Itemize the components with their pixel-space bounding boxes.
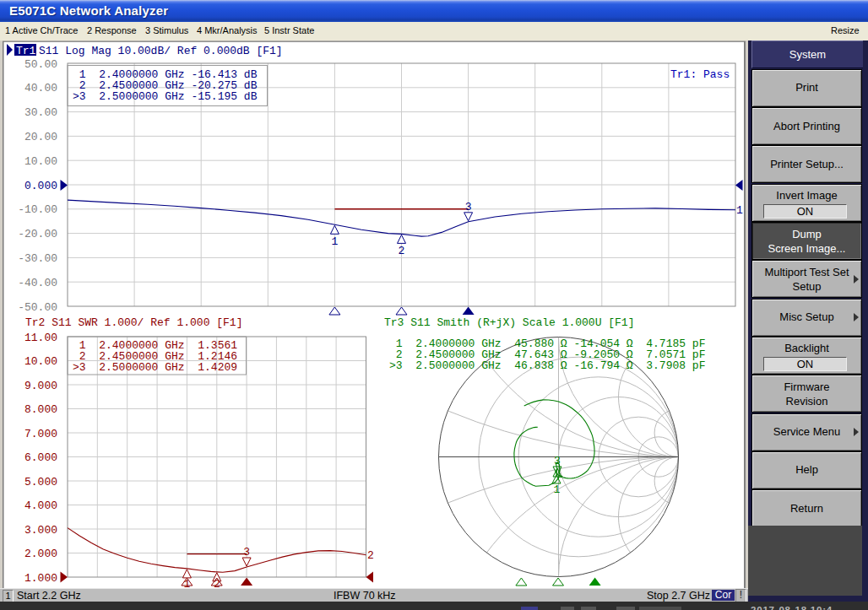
svg-text:4.000: 4.000	[24, 499, 57, 512]
svg-text:Tr1: Tr1	[16, 45, 36, 57]
svg-text:9.000: 9.000	[24, 380, 57, 392]
svg-text:1: 1	[736, 204, 743, 217]
svg-text:-30.00: -30.00	[18, 252, 57, 265]
svg-text:7.000: 7.000	[24, 428, 57, 440]
svg-text:>3 2.5000000 GHz 1.4209: >3 2.5000000 GHz 1.4209	[73, 361, 237, 374]
svg-text:Tr2 S11 SWR 1.000/ Ref 1.000 [: Tr2 S11 SWR 1.000/ Ref 1.000 [F1]	[25, 316, 242, 329]
svg-text:3.000: 3.000	[24, 524, 57, 537]
svg-text:30.00: 30.00	[24, 106, 57, 119]
svg-text:2: 2	[367, 549, 374, 562]
svg-text:50.00: 50.00	[24, 58, 57, 71]
svg-text:>3 2.5000000 GHz 46.838 Ω -1: >3 2.5000000 GHz 46.838 Ω -16.794 Ω 3.79…	[389, 359, 705, 372]
svg-text:-40.00: -40.00	[18, 277, 57, 289]
svg-text:8.000: 8.000	[24, 403, 57, 416]
svg-text:3: 3	[243, 546, 250, 559]
svg-text:10.00: 10.00	[24, 155, 57, 168]
svg-text:11.00: 11.00	[24, 332, 57, 344]
svg-text:6.000: 6.000	[24, 451, 57, 464]
svg-text:1: 1	[331, 235, 338, 248]
svg-text:-50.00: -50.00	[18, 301, 57, 314]
svg-text:S11 Log Mag 10.00dB/ Ref 0.000: S11 Log Mag 10.00dB/ Ref 0.000dB [F1]	[39, 45, 283, 57]
svg-text:3: 3	[554, 455, 561, 467]
svg-text:10.00: 10.00	[24, 355, 57, 368]
svg-text:20.00: 20.00	[24, 131, 57, 143]
svg-text:-20.00: -20.00	[18, 228, 57, 240]
svg-text:-10.00: -10.00	[18, 203, 57, 216]
svg-text:2.000: 2.000	[24, 548, 57, 560]
svg-text:0.000: 0.000	[24, 180, 57, 192]
svg-text:1.000: 1.000	[24, 572, 57, 585]
svg-text:3: 3	[465, 201, 472, 213]
svg-text:>3 2.5000000 GHz -15.195 dB: >3 2.5000000 GHz -15.195 dB	[73, 90, 258, 103]
svg-text:2: 2	[399, 245, 405, 257]
svg-text:1: 1	[554, 483, 561, 496]
svg-text:40.00: 40.00	[24, 82, 57, 94]
svg-text:5.000: 5.000	[24, 476, 57, 489]
svg-text:Tr3 S11 Smith (R+jX) Scale 1.0: Tr3 S11 Smith (R+jX) Scale 1.000U [F1]	[384, 316, 634, 329]
svg-text:Tr1: Pass: Tr1: Pass	[670, 68, 730, 81]
